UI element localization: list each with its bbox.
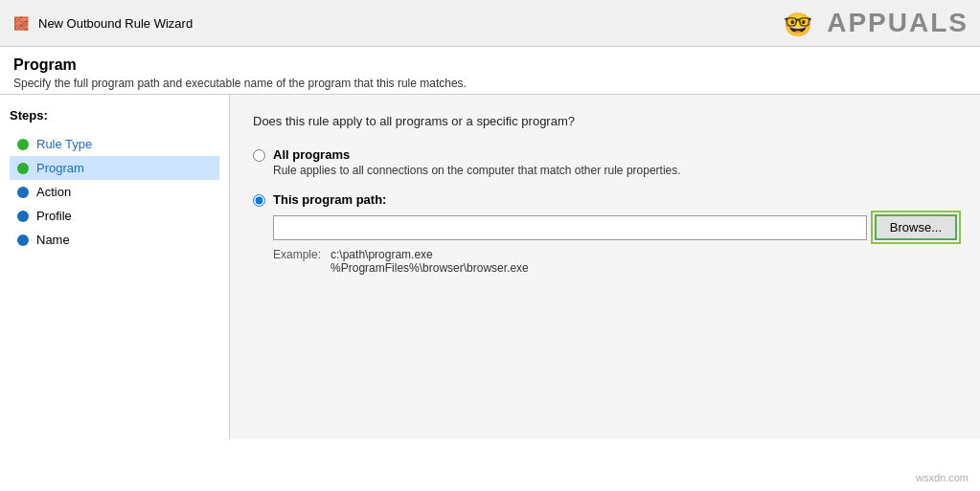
- sidebar-item-profile[interactable]: Profile: [10, 204, 219, 228]
- path-input-row: Browse...: [273, 214, 957, 240]
- example-row: Example: c:\path\program.exe %ProgramFil…: [273, 248, 957, 275]
- example-line1: c:\path\program.exe: [330, 248, 529, 261]
- sidebar-item-action[interactable]: Action: [10, 180, 219, 204]
- sidebar-item-name[interactable]: Name: [10, 228, 219, 252]
- main-panel: Does this rule apply to all programs or …: [230, 95, 980, 439]
- all-programs-label[interactable]: All programs: [273, 147, 350, 162]
- action-dot: [17, 187, 29, 198]
- title-bar-icon: 🧱: [11, 13, 31, 33]
- question-text: Does this rule apply to all programs or …: [253, 114, 957, 128]
- program-dot: [17, 163, 29, 174]
- profile-dot: [17, 211, 29, 222]
- rule-type-dot: [17, 139, 29, 150]
- sidebar-item-label-program: Program: [36, 161, 84, 175]
- title-bar: 🧱 New Outbound Rule Wizard 🤓 APPUALS: [0, 0, 980, 47]
- sidebar-item-label-profile: Profile: [36, 209, 72, 223]
- page-title: Program: [13, 56, 967, 74]
- this-program-path-label[interactable]: This program path:: [273, 192, 386, 207]
- sidebar-steps-label: Steps:: [10, 108, 219, 123]
- browse-button[interactable]: Browse...: [875, 214, 957, 240]
- program-path-section: Browse... Example: c:\path\program.exe %…: [273, 214, 957, 275]
- appuals-logo: 🤓 APPUALS: [784, 8, 969, 38]
- sidebar-item-rule-type[interactable]: Rule Type: [10, 132, 219, 156]
- sidebar-item-label-action: Action: [36, 185, 71, 199]
- page-header: Program Specify the full program path an…: [0, 47, 980, 95]
- title-bar-text: New Outbound Rule Wizard: [38, 16, 193, 31]
- all-programs-option[interactable]: All programs Rule applies to all connect…: [253, 147, 957, 177]
- sidebar-item-program[interactable]: Program: [10, 156, 219, 180]
- example-values: c:\path\program.exe %ProgramFiles%\brows…: [330, 248, 529, 275]
- example-line2: %ProgramFiles%\browser\browser.exe: [330, 261, 529, 275]
- all-programs-description: Rule applies to all connections on the c…: [273, 164, 681, 177]
- all-programs-radio[interactable]: [253, 149, 265, 162]
- name-dot: [17, 234, 29, 246]
- sidebar-item-label-name: Name: [36, 233, 70, 247]
- sidebar-item-label-rule-type: Rule Type: [36, 137, 92, 151]
- this-program-path-radio[interactable]: [253, 194, 265, 207]
- sidebar: Steps: Rule Type Program Action Profile …: [0, 95, 230, 439]
- page-description: Specify the full program path and execut…: [13, 77, 967, 90]
- mascot-icon: 🤓: [784, 11, 814, 37]
- radio-group: All programs Rule applies to all connect…: [253, 147, 957, 275]
- this-program-path-option[interactable]: This program path: Browse... Example: c:…: [253, 192, 957, 275]
- example-label: Example:: [273, 248, 321, 275]
- program-path-input[interactable]: [273, 215, 867, 240]
